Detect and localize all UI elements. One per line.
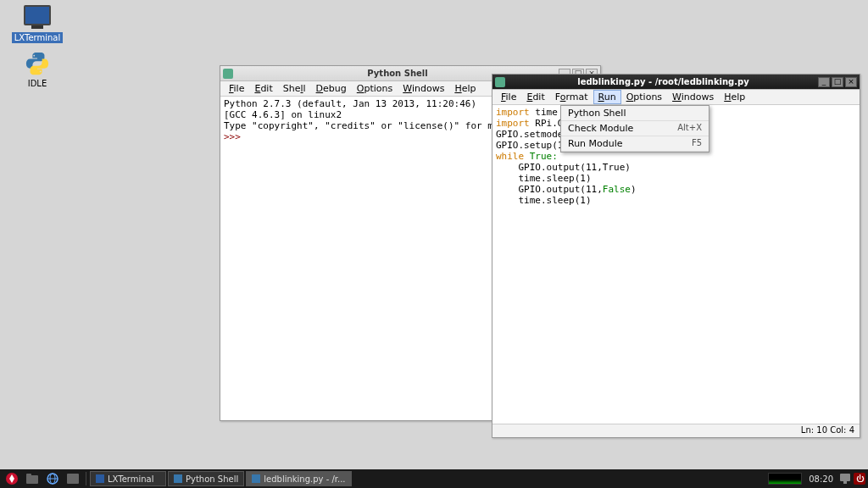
run-dropdown: Python Shell Check Module Alt+X Run Modu… — [560, 105, 709, 152]
menu-help[interactable]: Help — [449, 81, 481, 96]
menu-debug[interactable]: Debug — [311, 81, 352, 96]
svg-rect-11 — [252, 474, 260, 483]
menu-options[interactable]: Options — [621, 90, 667, 104]
statusbar: Ln: 10 Col: 4 — [492, 424, 860, 437]
svg-rect-0 — [223, 69, 233, 79]
svg-rect-1 — [495, 77, 505, 87]
desktop-icon-lxterminal[interactable]: LXTerminal — [10, 5, 64, 43]
editor-window: ledblinking.py - /root/ledblinking.py _ … — [492, 74, 860, 438]
svg-rect-12 — [840, 474, 850, 481]
menu-format[interactable]: Format — [550, 90, 593, 104]
menu-windows[interactable]: Windows — [398, 81, 449, 96]
svg-rect-3 — [26, 475, 38, 484]
menu-file[interactable]: File — [224, 81, 249, 96]
power-button[interactable]: ⏻ — [854, 473, 865, 485]
terminal-icon — [96, 474, 104, 483]
python-icon — [21, 51, 53, 76]
cpu-graph[interactable] — [768, 473, 802, 485]
file-manager-button[interactable] — [23, 471, 42, 486]
clock[interactable]: 08:20 — [805, 474, 837, 484]
menu-file[interactable]: File — [496, 90, 521, 104]
run-menu-check-module[interactable]: Check Module Alt+X — [561, 121, 709, 136]
desktop-icon — [67, 474, 79, 484]
separator — [86, 472, 86, 485]
app-icon — [495, 77, 505, 87]
svg-rect-13 — [843, 481, 847, 484]
svg-rect-10 — [174, 474, 182, 483]
menu-options[interactable]: Options — [352, 81, 398, 96]
svg-rect-9 — [96, 474, 104, 483]
system-tray: 08:20 ⏻ — [768, 473, 865, 485]
desktop-icon-idle[interactable]: IDLE — [10, 51, 64, 89]
svg-rect-8 — [67, 474, 79, 484]
app-icon — [223, 69, 233, 79]
minimize-all-button[interactable] — [64, 471, 82, 486]
menu-edit[interactable]: Edit — [521, 90, 549, 104]
menu-shell[interactable]: Shell — [278, 81, 311, 96]
window-title: ledblinking.py - /root/ledblinking.py — [509, 77, 818, 86]
maximize-button[interactable]: □ — [832, 77, 843, 87]
menu-run[interactable]: Run — [593, 90, 621, 104]
start-icon — [5, 472, 19, 485]
code-editor[interactable]: import time import RPi.GPIO GPIO.setmode… — [492, 105, 860, 424]
task-item-python-shell[interactable]: Python Shell — [168, 471, 244, 486]
python-icon — [252, 474, 260, 483]
run-menu-run-module[interactable]: Run Module F5 — [561, 136, 709, 152]
browser-button[interactable] — [43, 471, 62, 486]
run-menu-python-shell[interactable]: Python Shell — [561, 106, 709, 121]
task-item-lxterminal[interactable]: LXTerminal — [90, 471, 166, 486]
taskbar: LXTerminal Python Shell ledblinking.py -… — [0, 469, 868, 488]
desktop-icon-label: IDLE — [25, 78, 50, 89]
menu-help[interactable]: Help — [719, 90, 750, 104]
folder-icon — [26, 474, 38, 484]
menubar: File Edit Format Run Options Windows Hel… — [492, 90, 860, 105]
cursor-position: Ln: 10 Col: 4 — [801, 425, 854, 435]
globe-icon — [47, 473, 58, 485]
task-item-editor[interactable]: ledblinking.py - /r... — [246, 471, 351, 486]
close-button[interactable]: × — [845, 77, 857, 87]
titlebar[interactable]: ledblinking.py - /root/ledblinking.py _ … — [492, 75, 860, 90]
svg-rect-4 — [26, 474, 31, 476]
desktop-icon-label: LXTerminal — [12, 32, 64, 43]
start-button[interactable] — [3, 471, 21, 486]
python-icon — [174, 474, 182, 483]
menu-windows[interactable]: Windows — [667, 90, 719, 104]
display-icon[interactable] — [840, 474, 850, 484]
minimize-button[interactable]: _ — [818, 77, 830, 87]
menu-edit[interactable]: Edit — [249, 81, 277, 96]
terminal-icon — [21, 5, 53, 30]
